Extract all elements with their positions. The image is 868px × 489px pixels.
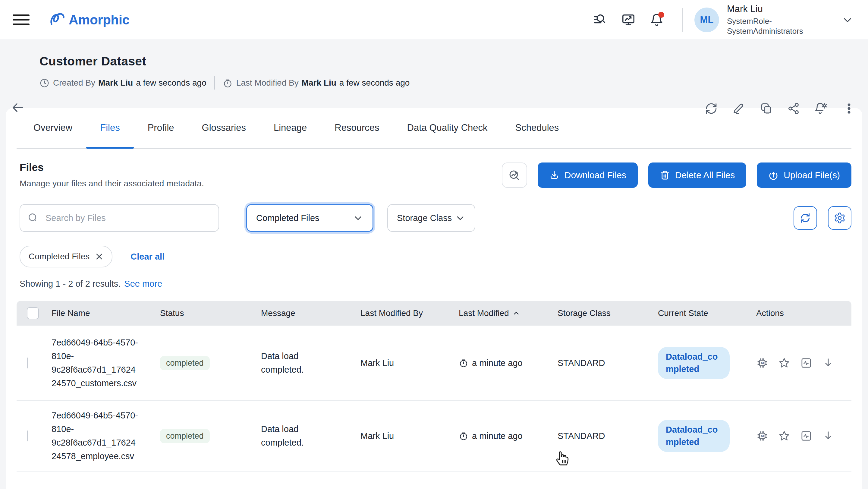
download-icon <box>549 170 559 180</box>
tab-files[interactable]: Files <box>86 108 133 148</box>
notification-settings-icon[interactable] <box>815 102 828 115</box>
clock-icon <box>39 78 50 88</box>
files-section-actions: Download Files Delete All Files Upl <box>502 162 851 188</box>
col-storage-class[interactable]: Storage Class <box>552 308 652 318</box>
search-input[interactable] <box>45 213 211 223</box>
current-state-badge: Dataload_completed <box>658 347 730 379</box>
file-name[interactable]: 7ed66049-64b5-4570-810e-9c28f6ac67d1_176… <box>52 336 140 390</box>
copy-icon[interactable] <box>760 102 772 115</box>
status-badge: completed <box>160 429 210 443</box>
created-by-time: a few seconds ago <box>136 78 207 88</box>
trash-icon <box>660 170 670 180</box>
amorphic-logo[interactable]: Amorphic <box>50 11 129 29</box>
share-icon[interactable] <box>787 102 800 115</box>
search-box <box>20 204 219 232</box>
see-more-link[interactable]: See more <box>124 279 162 289</box>
favorite-star-icon[interactable] <box>778 357 790 369</box>
col-last-modified[interactable]: Last Modified <box>453 308 552 318</box>
modified-by-label: Last Modified By <box>236 78 299 88</box>
user-menu-chevron-down-icon[interactable] <box>841 14 854 26</box>
storage-class: STANDARD <box>552 358 652 368</box>
user-info: Mark Liu SystemRole-SystemAdministrators <box>727 4 817 36</box>
monitor-chart-icon[interactable] <box>621 13 635 27</box>
storage-class: STANDARD <box>552 431 652 441</box>
edit-pencil-icon[interactable] <box>733 102 745 115</box>
topbar-right: ML Mark Liu SystemRole-SystemAdministrat… <box>586 4 859 36</box>
tab-glossaries[interactable]: Glossaries <box>188 108 260 148</box>
topbar: Amorphic <box>0 0 868 40</box>
tab-overview[interactable]: Overview <box>20 108 86 148</box>
chevron-down-icon <box>352 213 364 223</box>
tab-profile[interactable]: Profile <box>134 108 188 148</box>
col-message[interactable]: Message <box>255 308 354 318</box>
active-filters-row: Completed Files Clear all <box>17 246 851 267</box>
sort-ascending-icon[interactable] <box>512 309 521 317</box>
col-status[interactable]: Status <box>154 308 255 318</box>
file-activity-icon[interactable] <box>800 430 812 442</box>
file-controls: Completed Files Storage Class <box>17 204 851 232</box>
notification-dot <box>658 12 664 18</box>
logo-text: Amorphic <box>69 12 129 27</box>
table-settings-button[interactable] <box>828 206 851 230</box>
file-name[interactable]: 7ed66049-64b5-4570-810e-9c28f6ac67d1_176… <box>52 409 140 463</box>
favorite-star-icon[interactable] <box>778 430 790 442</box>
svg-text:AI: AI <box>761 434 764 438</box>
tab-data-quality-check[interactable]: Data Quality Check <box>393 108 501 148</box>
modified-by-time: a few seconds ago <box>339 78 410 88</box>
current-state-badge: Dataload_completed <box>658 420 730 452</box>
kebab-menu-icon[interactable] <box>843 102 855 115</box>
content-card: Overview Files Profile Glossaries Lineag… <box>6 108 862 489</box>
search-insights-icon[interactable] <box>502 162 527 188</box>
last-modified: a minute ago <box>453 358 552 368</box>
last-modified-by: Mark Liu <box>354 358 453 368</box>
chevron-down-icon <box>455 213 466 223</box>
clear-all-link[interactable]: Clear all <box>129 251 166 262</box>
files-section-head: Files Manage your files and their associ… <box>17 161 851 188</box>
message-text: Data load completed. <box>261 422 321 450</box>
files-title: Files <box>20 161 204 173</box>
avatar[interactable]: ML <box>694 7 719 32</box>
refresh-icon[interactable] <box>705 102 718 115</box>
table-row[interactable]: 7ed66049-64b5-4570-810e-9c28f6ac67d1_176… <box>17 400 851 471</box>
table-row[interactable]: 7ed66049-64b5-4570-810e-9c28f6ac67d1_176… <box>17 326 851 400</box>
page-header: Customer Dataset Created By Mark Liu a f… <box>0 40 868 108</box>
upload-files-button[interactable]: Upload File(s) <box>757 162 851 188</box>
status-filter-select[interactable]: Completed Files <box>246 204 373 232</box>
files-subtitle: Manage your files and their associated m… <box>20 179 204 188</box>
tab-resources[interactable]: Resources <box>321 108 393 148</box>
tab-schedules[interactable]: Schedules <box>501 108 573 148</box>
stopwatch-icon <box>459 431 468 441</box>
last-modified-by: Mark Liu <box>354 431 453 441</box>
row-checkbox[interactable] <box>27 430 28 441</box>
results-summary: Showing 1 - 2 of 2 results. <box>20 279 121 289</box>
advanced-search-icon[interactable] <box>593 13 607 27</box>
page-title: Customer Dataset <box>39 54 868 68</box>
col-current-state[interactable]: Current State <box>652 308 750 318</box>
reload-list-button[interactable] <box>794 206 817 230</box>
download-file-icon[interactable] <box>822 357 834 369</box>
tab-lineage[interactable]: Lineage <box>260 108 321 148</box>
delete-all-files-button[interactable]: Delete All Files <box>648 162 746 188</box>
created-by-user: Mark Liu <box>98 78 133 88</box>
download-files-button[interactable]: Download Files <box>538 162 638 188</box>
col-file-name[interactable]: File Name <box>45 308 154 318</box>
filter-chip-completed-files[interactable]: Completed Files <box>20 246 113 267</box>
created-by-label: Created By <box>53 78 95 88</box>
file-activity-icon[interactable] <box>800 357 812 369</box>
hamburger-menu-icon[interactable] <box>13 14 30 25</box>
close-icon[interactable] <box>95 252 103 261</box>
row-actions: AI <box>750 357 851 369</box>
stopwatch-icon <box>223 78 233 88</box>
ai-chip-icon[interactable]: AI <box>756 430 768 442</box>
select-all-checkbox[interactable] <box>27 307 39 319</box>
col-last-modified-by[interactable]: Last Modified By <box>354 308 453 318</box>
ai-chip-icon[interactable]: AI <box>756 357 768 369</box>
notifications-bell-icon[interactable] <box>650 13 664 27</box>
svg-text:AI: AI <box>761 361 764 365</box>
user-name: Mark Liu <box>727 4 817 14</box>
status-badge: completed <box>160 356 210 370</box>
download-file-icon[interactable] <box>822 430 834 442</box>
row-checkbox[interactable] <box>27 358 28 368</box>
topbar-divider <box>682 8 683 32</box>
storage-class-select[interactable]: Storage Class <box>387 204 475 232</box>
